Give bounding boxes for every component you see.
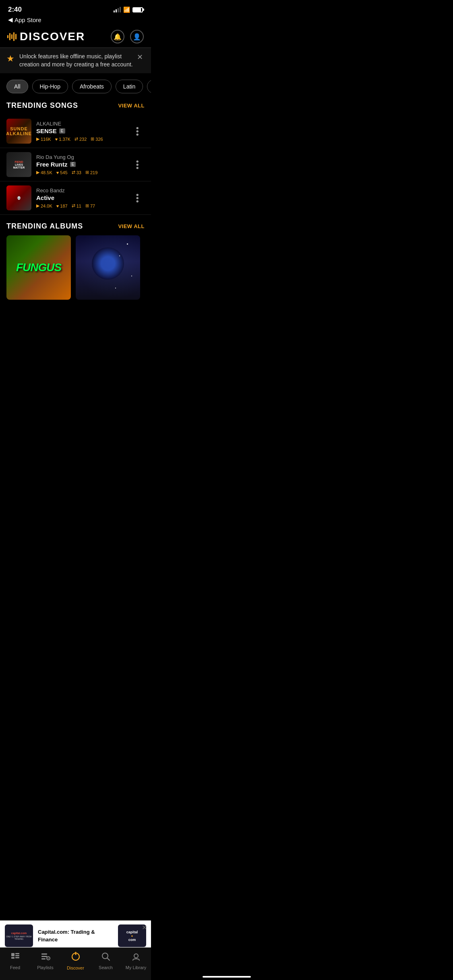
- song-artist-1: ALKALINE: [36, 121, 130, 127]
- song-item-2[interactable]: FIEND LIVES MATTER Rio Da Yung Og Free R…: [0, 148, 151, 181]
- play-icon-2: ▶: [36, 170, 39, 175]
- song-title-1: SENSE E: [36, 128, 130, 134]
- signal-icon: [114, 7, 121, 12]
- song-art-2: FIEND LIVES MATTER: [6, 152, 31, 177]
- trending-songs-view-all[interactable]: VIEW ALL: [118, 103, 145, 109]
- genre-pill-reggae[interactable]: Reggae: [147, 80, 151, 93]
- heart-icon-1: ♥: [55, 137, 58, 142]
- genre-pill-latin[interactable]: Latin: [116, 80, 143, 93]
- song-info-1: ALKALINE SENSE E ▶ 116K ♥ 1.37K ⇄ 232: [36, 121, 130, 142]
- play-count-3: ▶ 24.0K: [36, 203, 52, 208]
- trending-albums-title: TRENDING ALBUMS: [6, 222, 83, 231]
- add-icon-2: ⊞: [85, 170, 89, 175]
- play-icon-1: ▶: [36, 136, 39, 142]
- banner-close-button[interactable]: ✕: [135, 53, 145, 62]
- song-art-1: SUNDEALKALINE: [6, 119, 31, 144]
- album-art-fiend: FIEND LIVES MATTER: [6, 152, 31, 177]
- star-icon: ★: [6, 54, 14, 64]
- explicit-badge-2: E: [70, 162, 76, 167]
- genre-filter-row: All Hip-Hop Afrobeats Latin Reggae: [0, 73, 151, 98]
- header-left: DISCOVER: [7, 30, 85, 43]
- repost-count-1: ⇄ 232: [74, 136, 87, 142]
- repost-icon-3: ⇄: [72, 203, 75, 208]
- song-stats-1: ▶ 116K ♥ 1.37K ⇄ 232 ⊞ 326: [36, 136, 130, 142]
- like-count-1: ♥ 1.37K: [55, 137, 70, 142]
- repost-count-3: ⇄ 11: [72, 203, 81, 208]
- repost-count-2: ⇄ 33: [72, 170, 81, 175]
- play-count-1: ▶ 116K: [36, 136, 51, 142]
- status-time: 2:40: [8, 6, 22, 14]
- header: DISCOVER 🔔 👤: [0, 27, 151, 47]
- song-info-3: Reco Bandz Active ▶ 24.0K ♥ 187 ⇄ 11 ⊞: [36, 187, 130, 208]
- album-art-card-1: FUNGUS: [6, 235, 71, 300]
- more-button-1[interactable]: •••: [130, 125, 145, 138]
- song-stats-2: ▶ 48.5K ♥ 545 ⇄ 33 ⊞ 219: [36, 170, 130, 175]
- song-artist-3: Reco Bandz: [36, 187, 130, 194]
- add-count-1: ⊞ 326: [91, 136, 103, 142]
- add-icon-3: ⊞: [85, 203, 89, 208]
- explicit-badge-1: E: [59, 128, 65, 134]
- genre-pill-hiphop[interactable]: Hip-Hop: [32, 80, 68, 93]
- album-card-2[interactable]: [76, 235, 140, 300]
- add-icon-1: ⊞: [91, 136, 94, 142]
- trending-albums-view-all[interactable]: VIEW ALL: [118, 223, 145, 229]
- more-button-2[interactable]: •••: [130, 158, 145, 171]
- profile-button[interactable]: 👤: [130, 30, 144, 43]
- banner-text: Unlock features like offline music, play…: [19, 53, 135, 68]
- more-button-3[interactable]: •••: [130, 191, 145, 204]
- heart-icon-2: ♥: [56, 170, 59, 175]
- song-item-1[interactable]: SUNDEALKALINE ALKALINE SENSE E ▶ 116K ♥ …: [0, 115, 151, 148]
- status-bar: 2:40 📶: [0, 0, 151, 16]
- trending-songs-header: TRENDING SONGS VIEW ALL: [0, 98, 151, 115]
- song-item-3[interactable]: 💀 Reco Bandz Active ▶ 24.0K ♥ 187 ⇄ 11: [0, 181, 151, 215]
- like-count-3: ♥ 187: [56, 204, 68, 208]
- repost-icon-2: ⇄: [72, 170, 75, 175]
- notification-button[interactable]: 🔔: [111, 30, 124, 43]
- song-title-2: Free Runtz E: [36, 161, 130, 168]
- album-art-alkaline: SUNDEALKALINE: [6, 119, 31, 144]
- albums-row: FUNGUS: [0, 235, 151, 306]
- user-icon: 👤: [133, 33, 141, 41]
- add-count-3: ⊞ 77: [85, 203, 95, 208]
- logo-icon: [7, 32, 17, 41]
- song-artist-2: Rio Da Yung Og: [36, 154, 130, 160]
- album-art-reco: 💀: [6, 185, 31, 210]
- play-icon-3: ▶: [36, 203, 39, 208]
- genre-pill-afrobeats[interactable]: Afrobeats: [72, 80, 112, 93]
- trending-songs-title: TRENDING SONGS: [6, 101, 78, 110]
- back-button[interactable]: ◀ App Store: [0, 16, 151, 27]
- page-title: DISCOVER: [20, 30, 85, 43]
- trending-albums-header: TRENDING ALBUMS VIEW ALL: [0, 219, 151, 235]
- genre-pill-all[interactable]: All: [6, 80, 28, 93]
- back-arrow-icon: ◀: [8, 16, 13, 23]
- bell-icon: 🔔: [114, 33, 122, 41]
- header-actions: 🔔 👤: [111, 30, 144, 43]
- album-card-1[interactable]: FUNGUS: [6, 235, 71, 300]
- song-art-3: 💀: [6, 185, 31, 210]
- add-count-2: ⊞ 219: [85, 170, 97, 175]
- repost-icon-1: ⇄: [74, 136, 78, 142]
- like-count-2: ♥ 545: [56, 170, 68, 175]
- album-art-card-2: [76, 235, 140, 300]
- battery-icon: [132, 7, 143, 12]
- song-stats-3: ▶ 24.0K ♥ 187 ⇄ 11 ⊞ 77: [36, 203, 130, 208]
- song-info-2: Rio Da Yung Og Free Runtz E ▶ 48.5K ♥ 54…: [36, 154, 130, 175]
- promo-banner: ★ Unlock features like offline music, pl…: [0, 48, 151, 73]
- song-title-3: Active: [36, 194, 130, 201]
- play-count-2: ▶ 48.5K: [36, 170, 52, 175]
- status-icons: 📶: [114, 6, 143, 13]
- wifi-icon: 📶: [123, 6, 130, 13]
- heart-icon-3: ♥: [56, 204, 59, 208]
